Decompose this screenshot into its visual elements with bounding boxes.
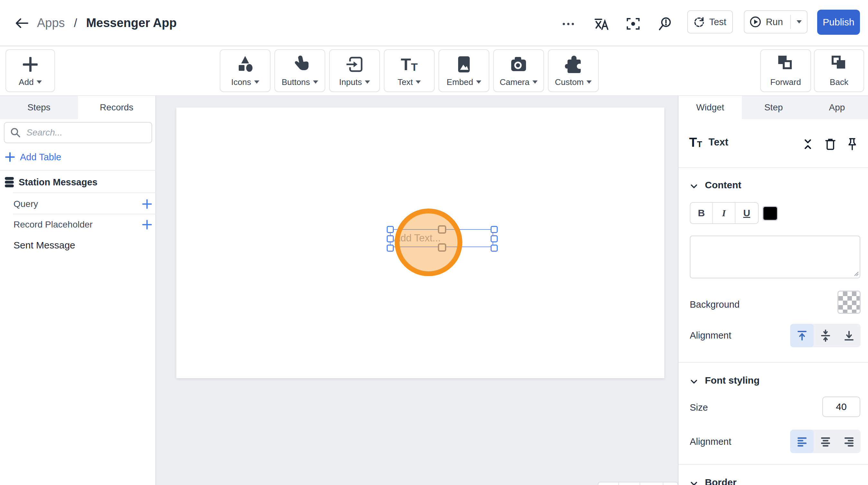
add-table-button[interactable]: Add Table bbox=[5, 150, 61, 164]
breadcrumb-apps[interactable]: Apps bbox=[37, 16, 65, 30]
embed-label: Embed bbox=[446, 78, 473, 86]
text-label: Text bbox=[398, 78, 413, 86]
add-record-placeholder-button[interactable] bbox=[142, 220, 152, 230]
more-options-icon[interactable] bbox=[560, 16, 576, 32]
text-content-textarea[interactable] bbox=[690, 236, 860, 278]
play-icon bbox=[750, 16, 761, 28]
search-box bbox=[4, 122, 152, 143]
text-color-swatch[interactable] bbox=[763, 206, 778, 221]
translate-icon[interactable] bbox=[593, 16, 609, 32]
caret-down-icon bbox=[365, 81, 370, 84]
background-swatch[interactable] bbox=[837, 291, 861, 314]
database-icon bbox=[4, 176, 14, 188]
canvas[interactable]: Add Text... bbox=[176, 108, 664, 378]
add-button[interactable]: Add bbox=[5, 49, 55, 92]
widget-toolbar: Add Icons Buttons bbox=[0, 47, 868, 96]
camera-widget-button[interactable]: Camera bbox=[493, 49, 544, 92]
selection-handle[interactable] bbox=[387, 226, 394, 233]
align-middle-button[interactable] bbox=[814, 324, 837, 347]
record-item-sent-message[interactable]: Sent Message bbox=[13, 237, 152, 253]
bold-button[interactable]: B bbox=[690, 203, 713, 223]
hand-icon bbox=[291, 54, 309, 74]
publish-button[interactable]: Publish bbox=[817, 10, 860, 35]
size-label: Size bbox=[690, 402, 708, 413]
selection-handle[interactable] bbox=[491, 226, 498, 233]
text-alignment-group bbox=[790, 430, 861, 453]
table-row-query[interactable]: Query bbox=[13, 196, 152, 212]
canvas-bottom-toolbar[interactable] bbox=[598, 482, 678, 485]
back-arrow-icon[interactable] bbox=[15, 17, 29, 30]
align-center-button[interactable] bbox=[814, 430, 837, 453]
test-button[interactable]: Test bbox=[687, 10, 733, 33]
border-section-title[interactable]: Border bbox=[705, 477, 736, 485]
tab-steps[interactable]: Steps bbox=[0, 96, 78, 119]
back-label: Back bbox=[830, 78, 848, 86]
selection-handle[interactable] bbox=[387, 235, 394, 242]
inputs-widget-button[interactable]: Inputs bbox=[329, 49, 380, 92]
run-caret-icon[interactable] bbox=[797, 20, 802, 24]
inputs-label: Inputs bbox=[339, 78, 362, 86]
chevron-down-icon[interactable] bbox=[690, 182, 698, 190]
align-right-button[interactable] bbox=[837, 430, 861, 453]
custom-widget-button[interactable]: Custom bbox=[548, 49, 599, 92]
breadcrumb: Apps / Messenger App bbox=[37, 0, 177, 46]
selection-handle[interactable] bbox=[491, 235, 498, 242]
trash-icon[interactable] bbox=[824, 137, 837, 151]
test-label: Test bbox=[709, 17, 726, 27]
align-top-button[interactable] bbox=[790, 324, 814, 347]
background-label: Background bbox=[690, 299, 740, 310]
inspector-panel: Widget Step App TT Text bbox=[678, 96, 868, 485]
input-box-icon bbox=[345, 54, 364, 74]
breadcrumb-separator: / bbox=[74, 17, 77, 30]
chevron-down-icon[interactable] bbox=[690, 480, 698, 485]
tab-step[interactable]: Step bbox=[742, 96, 805, 119]
pin-icon[interactable] bbox=[846, 137, 859, 151]
custom-label: Custom bbox=[555, 78, 584, 86]
caret-down-icon bbox=[532, 81, 537, 84]
tab-records[interactable]: Records bbox=[78, 96, 155, 119]
table-item-station-messages[interactable]: Station Messages bbox=[4, 173, 97, 191]
publish-label: Publish bbox=[823, 17, 854, 28]
buttons-widget-button[interactable]: Buttons bbox=[274, 49, 325, 92]
table-row-record-placeholder[interactable]: Record Placeholder bbox=[13, 217, 152, 232]
forward-button[interactable]: Forward bbox=[760, 49, 811, 92]
font-section-title[interactable]: Font styling bbox=[705, 375, 760, 386]
collapse-icon[interactable] bbox=[801, 138, 814, 151]
run-button[interactable]: Run bbox=[744, 10, 808, 33]
add-query-button[interactable] bbox=[142, 199, 152, 209]
touch-indicator bbox=[395, 209, 462, 276]
text-widget-button[interactable]: TT Text bbox=[384, 49, 435, 92]
icons-widget-button[interactable]: Icons bbox=[220, 49, 271, 92]
image-icon bbox=[456, 54, 472, 74]
italic-button[interactable]: I bbox=[713, 203, 736, 223]
selection-handle[interactable] bbox=[491, 245, 498, 252]
search-icon bbox=[10, 127, 21, 138]
align-left-button[interactable] bbox=[790, 430, 814, 453]
table-name: Station Messages bbox=[19, 177, 97, 188]
text-style-group: B I U bbox=[690, 202, 758, 224]
forward-label: Forward bbox=[770, 78, 801, 86]
content-section-title[interactable]: Content bbox=[705, 180, 741, 190]
text-tt-icon: TT bbox=[401, 54, 418, 74]
chevron-down-icon[interactable] bbox=[690, 377, 698, 386]
vertical-alignment-group bbox=[790, 324, 861, 347]
back-button[interactable]: Back bbox=[814, 49, 864, 92]
font-size-input[interactable] bbox=[822, 396, 860, 417]
widget-title: Text bbox=[708, 137, 728, 148]
tab-widget[interactable]: Widget bbox=[679, 96, 742, 119]
embed-widget-button[interactable]: Embed bbox=[438, 49, 489, 92]
selection-handle[interactable] bbox=[387, 245, 394, 252]
align-bottom-button[interactable] bbox=[837, 324, 861, 347]
scan-icon[interactable] bbox=[625, 16, 641, 32]
underline-button[interactable]: U bbox=[736, 203, 758, 223]
app-builder-window: Apps / Messenger App bbox=[0, 0, 868, 485]
plus-icon bbox=[5, 152, 15, 162]
resize-handle-icon[interactable] bbox=[853, 271, 859, 276]
tab-app[interactable]: App bbox=[805, 96, 868, 119]
widget-header: TT Text bbox=[689, 134, 728, 151]
caret-down-icon bbox=[476, 81, 481, 84]
plus-icon bbox=[23, 54, 38, 74]
puzzle-icon bbox=[564, 54, 582, 74]
debug-search-icon[interactable] bbox=[658, 16, 673, 32]
search-input[interactable] bbox=[26, 127, 146, 138]
